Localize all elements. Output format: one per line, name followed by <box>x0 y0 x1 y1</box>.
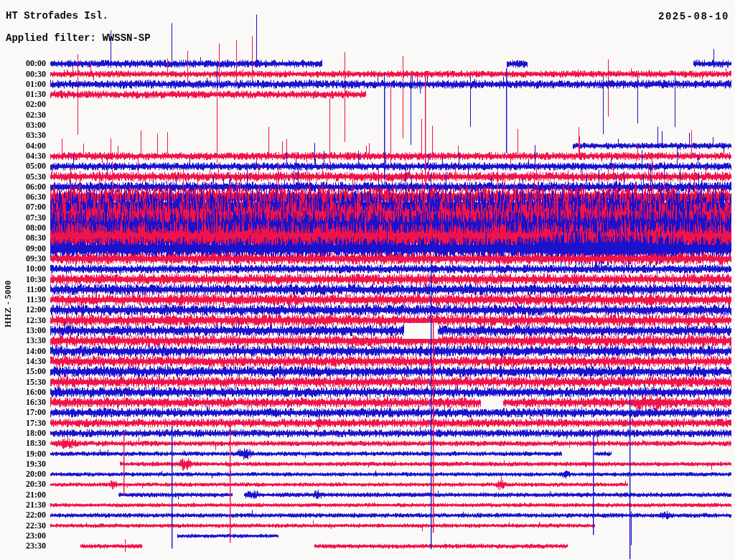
time-label: 22:00 <box>0 510 46 519</box>
time-label: 13:30 <box>0 336 46 345</box>
time-label: 01:30 <box>0 90 46 98</box>
seismogram-canvas <box>0 0 735 560</box>
time-label: 02:00 <box>0 100 46 108</box>
time-label: 10:00 <box>0 264 46 273</box>
filter-label: Applied filter: WWSSN-SP <box>6 32 151 44</box>
helicorder-screen: HT Strofades Isl. Applied filter: WWSSN-… <box>0 0 735 560</box>
time-label: 07:00 <box>0 202 46 211</box>
time-label: 09:00 <box>0 244 46 253</box>
time-label: 00:30 <box>0 70 46 78</box>
time-label: 14:00 <box>0 347 46 355</box>
time-label: 11:30 <box>0 295 46 304</box>
time-label: 06:00 <box>0 182 46 191</box>
time-label: 05:00 <box>0 162 46 170</box>
time-label: 02:30 <box>0 111 46 119</box>
time-label: 21:00 <box>0 490 46 499</box>
time-label: 22:30 <box>0 521 46 530</box>
time-label: 19:00 <box>0 449 46 458</box>
time-label: 14:30 <box>0 357 46 365</box>
time-label: 08:00 <box>0 223 46 232</box>
time-label: 01:00 <box>0 80 46 88</box>
time-label: 04:30 <box>0 151 46 160</box>
time-label: 12:30 <box>0 316 46 325</box>
time-label: 20:00 <box>0 470 46 478</box>
time-label: 19:30 <box>0 459 46 468</box>
time-label: 10:30 <box>0 275 46 284</box>
time-label: 03:30 <box>0 131 46 139</box>
time-label: 17:30 <box>0 419 46 427</box>
time-label: 17:00 <box>0 408 46 416</box>
time-label: 06:30 <box>0 192 46 201</box>
time-label: 08:30 <box>0 233 46 242</box>
time-label: 05:30 <box>0 172 46 181</box>
time-label: 03:00 <box>0 121 46 129</box>
time-label: 23:00 <box>0 531 46 540</box>
time-label: 16:00 <box>0 388 46 396</box>
time-label: 21:30 <box>0 500 46 509</box>
time-label: 16:30 <box>0 398 46 406</box>
time-label: 04:00 <box>0 141 46 150</box>
station-title: HT Strofades Isl. <box>6 10 108 22</box>
time-label: 09:30 <box>0 254 46 263</box>
time-label: 15:30 <box>0 378 46 386</box>
time-label: 12:00 <box>0 305 46 314</box>
time-label: 18:00 <box>0 429 46 437</box>
time-label: 07:30 <box>0 213 46 222</box>
time-label: 00:00 <box>0 59 46 67</box>
time-label: 11:00 <box>0 285 46 294</box>
time-label: 13:00 <box>0 326 46 335</box>
time-label: 23:30 <box>0 541 46 550</box>
time-label: 15:00 <box>0 367 46 375</box>
date-label: 2025-08-10 <box>658 11 729 22</box>
time-label: 20:30 <box>0 480 46 488</box>
time-label: 18:30 <box>0 439 46 447</box>
